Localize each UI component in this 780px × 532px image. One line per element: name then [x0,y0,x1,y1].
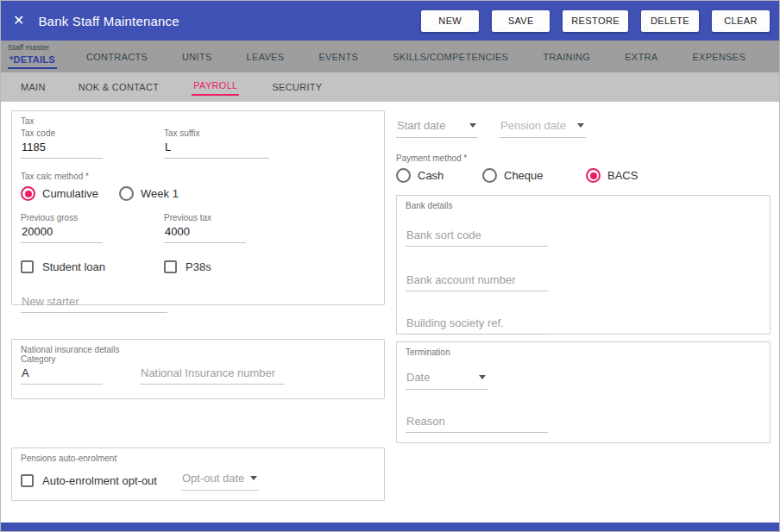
close-icon[interactable]: ✕ [13,14,24,28]
payroll-form: Tax Tax code 1185 Tax suffix L Tax calc … [1,102,779,524]
footer-bar [1,523,779,531]
tab-details-label: *DETAILS [8,53,57,69]
previous-gross-label: Previous gross [21,213,164,222]
pension-date-dropdown[interactable]: Pension date [500,117,586,138]
termination-legend: Termination [406,347,761,357]
previous-gross-input[interactable]: 20000 [21,222,103,243]
delete-button[interactable]: DELETE [641,10,699,32]
right-column: Start date Pension date Payment method *… [396,110,771,443]
ni-number-input[interactable]: National Insurance number [140,364,285,385]
checkbox-unchecked-icon [164,260,177,273]
radio-week1[interactable]: Week 1 [119,186,179,201]
tax-groupbox: Tax Tax code 1185 Tax suffix L Tax calc … [11,110,385,305]
radio-selected-icon [21,186,35,201]
category-input[interactable]: A [21,364,103,385]
header-bar: ✕ Bank Staff Maintenance NEW SAVE RESTOR… [1,1,779,41]
ni-legend: National insurance details [21,345,375,354]
tab-contracts[interactable]: CONTRACTS [69,41,165,72]
restore-button[interactable]: RESTORE [563,10,628,32]
chevron-down-icon [479,375,486,379]
tab-nok-contact[interactable]: NOK & CONTACT [62,72,176,102]
payment-method-group: Cash Cheque BACS [396,168,771,183]
radio-unselected-icon [119,186,134,201]
pensions-groupbox: Pensions auto-enrolment Auto-enrolment o… [11,448,385,501]
radio-selected-icon [586,168,601,183]
secondary-tab-bar: MAIN NOK & CONTACT PAYROLL SECURITY [1,72,779,102]
national-insurance-groupbox: National insurance details Category A Na… [11,339,385,399]
checkbox-unchecked-icon [21,260,34,273]
tax-suffix-label: Tax suffix [164,128,269,138]
chevron-down-icon [577,123,584,128]
clear-button[interactable]: CLEAR [712,10,770,32]
radio-unselected-icon [482,168,497,183]
auto-enrolment-optout-checkbox[interactable]: Auto-enrolment opt-out [21,474,181,487]
tab-leaves[interactable]: LEAVES [230,41,302,72]
tab-training[interactable]: TRAINING [525,41,607,72]
new-button[interactable]: NEW [421,10,479,32]
save-button[interactable]: SAVE [492,10,550,32]
previous-tax-label: Previous tax [164,213,246,222]
tax-calc-method-label: Tax calc method * [21,172,375,181]
tab-units[interactable]: UNITS [165,41,230,72]
tax-legend: Tax [21,116,375,126]
opt-out-date-dropdown[interactable]: Opt-out date [181,470,259,491]
tax-suffix-field: Tax suffix L [164,128,269,159]
page-title: Bank Staff Maintenance [38,14,179,28]
previous-tax-input[interactable]: 4000 [164,222,246,243]
new-starter-input[interactable]: New starter [21,292,167,313]
header-actions: NEW SAVE RESTORE DELETE CLEAR [421,10,770,32]
tab-skills-competencies[interactable]: SKILLS/COMPETENCIES [375,41,525,72]
tax-code-field: Tax code 1185 [21,128,164,159]
bank-sort-code-input[interactable]: Bank sort code [406,226,548,247]
tab-payroll[interactable]: PAYROLL [175,72,255,102]
start-date-dropdown[interactable]: Start date [396,117,478,138]
pensions-legend: Pensions auto-enrolment [21,454,375,463]
staff-master-label: Staff master [8,43,57,52]
bank-details-groupbox: Bank details Bank sort code Bank account… [396,195,771,335]
radio-cumulative[interactable]: Cumulative [21,186,98,201]
category-label: Category [21,354,131,364]
radio-bacs[interactable]: BACS [586,168,638,183]
radio-cheque[interactable]: Cheque [482,168,586,183]
tax-suffix-input[interactable]: L [164,138,269,159]
termination-groupbox: Termination Date Reason [396,341,771,443]
building-society-ref-input[interactable]: Building society ref. [406,314,548,335]
tax-code-input[interactable]: 1185 [21,138,103,159]
previous-gross-field: Previous gross 20000 [21,213,164,243]
radio-unselected-icon [396,168,411,183]
radio-cash[interactable]: Cash [396,168,482,183]
bank-details-legend: Bank details [406,201,761,210]
tab-details[interactable]: Staff master *DETAILS [1,41,69,72]
tab-extra[interactable]: EXTRA [607,41,675,72]
tab-main[interactable]: MAIN [4,72,62,102]
termination-date-dropdown[interactable]: Date [406,369,488,390]
payment-method-label: Payment method * [396,153,771,163]
previous-tax-field: Previous tax 4000 [164,213,246,243]
tab-events[interactable]: EVENTS [301,41,375,72]
category-field: Category A [21,354,131,385]
student-loan-checkbox[interactable]: Student loan [21,260,164,273]
left-column: Tax Tax code 1185 Tax suffix L Tax calc … [11,110,385,501]
chevron-down-icon [250,476,257,480]
bank-staff-maintenance-window: ✕ Bank Staff Maintenance NEW SAVE RESTOR… [0,0,780,532]
tab-expenses[interactable]: EXPENSES [675,41,763,72]
tab-security[interactable]: SECURITY [255,72,338,102]
primary-tab-bar: Staff master *DETAILS CONTRACTS UNITS LE… [1,41,779,72]
tax-code-label: Tax code [21,128,164,138]
checkbox-unchecked-icon [21,474,34,487]
p38s-checkbox[interactable]: P38s [164,260,211,273]
tax-calc-method-group: Cumulative Week 1 [21,186,375,201]
chevron-down-icon [469,123,476,128]
termination-reason-input[interactable]: Reason [406,412,548,433]
bank-account-number-input[interactable]: Bank account number [406,271,548,291]
